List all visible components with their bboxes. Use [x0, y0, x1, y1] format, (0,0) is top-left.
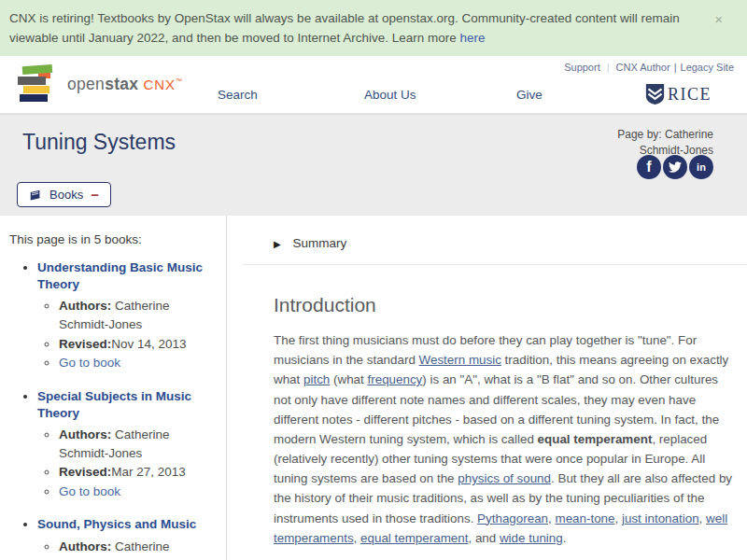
content-link[interactable]: just intonation	[622, 511, 699, 525]
introduction-heading: Introduction	[274, 294, 736, 316]
go-to-book-link[interactable]: Go to book	[59, 356, 120, 370]
revised-value: Nov 14, 2013	[111, 337, 186, 351]
twitter-bird-icon	[669, 161, 682, 174]
page-title-band: Tuning Systems Page by: Catherine Schmid…	[0, 114, 747, 216]
authors-label: Authors:	[59, 427, 111, 441]
openstax-wordmark: openstaxCNX™	[67, 75, 182, 94]
rice-shield-icon	[645, 83, 665, 105]
book-authors: Authors: Catherine Schmidt-Jones	[59, 297, 220, 333]
summary-arrow-icon: ▶	[274, 239, 281, 249]
content-area: This page is in 5 books: Understanding B…	[0, 216, 747, 560]
content-link[interactable]: wide tuning	[500, 531, 563, 545]
book-goto: Go to book	[59, 354, 220, 372]
openstax-logo[interactable]: openstaxCNX™	[13, 63, 182, 105]
summary-label: Summary	[292, 236, 346, 250]
intro-paragraph-1: The first thing musicians must do before…	[274, 330, 736, 548]
authors-label: Authors:	[59, 539, 111, 553]
book-details: Authors: Catherine Schmidt-Jones Revised…	[37, 297, 220, 371]
text-run: ,	[699, 511, 706, 525]
wordmark-open: open	[67, 75, 105, 93]
retirement-banner: CNX is retiring! Textbooks by OpenStax w…	[0, 0, 747, 56]
content-link[interactable]: mean-tone	[555, 511, 614, 525]
content-link[interactable]: Western music	[419, 353, 501, 367]
banner-text: CNX is retiring! Textbooks by OpenStax w…	[9, 11, 680, 45]
social-share: f in	[637, 155, 713, 179]
book-item: Special Subjects in Music Theory Authors…	[37, 388, 220, 501]
twitter-icon[interactable]	[663, 155, 687, 179]
nav-give[interactable]: Give	[516, 88, 543, 102]
book-icon	[29, 189, 42, 202]
site-header: openstaxCNX™ Support|CNX Author|Legacy S…	[0, 56, 747, 114]
text-run: ,	[615, 511, 622, 525]
books-sidebar: This page is in 5 books: Understanding B…	[0, 216, 227, 560]
cnx-author-link[interactable]: CNX Author	[616, 62, 670, 73]
sidebar-heading: This page is in 5 books:	[9, 232, 220, 246]
bold-text: equal temperament	[538, 432, 653, 446]
authors-label: Authors:	[59, 299, 111, 313]
rice-label: RICE	[668, 85, 712, 105]
trademark-symbol: ™	[176, 77, 182, 84]
summary-toggle[interactable]: ▶ Summary	[274, 223, 736, 264]
close-icon[interactable]: ×	[714, 12, 723, 26]
nav-search[interactable]: Search	[218, 88, 258, 102]
main-content: ▶ Summary Introduction The first thing m…	[227, 216, 747, 560]
facebook-icon[interactable]: f	[637, 155, 661, 179]
book-title-link[interactable]: Understanding Basic Music Theory	[37, 260, 203, 291]
text-run: ,	[354, 531, 360, 545]
nav-about-us[interactable]: About Us	[364, 88, 416, 102]
legacy-site-link[interactable]: Legacy Site	[681, 62, 734, 73]
book-details: Authors: Catherine Schmidt-Jones Revised…	[37, 426, 220, 500]
wordmark-stax: stax	[105, 75, 138, 93]
text-run: (what	[330, 372, 367, 386]
book-details: Authors: Catherine Schmidt-Jones Revised…	[37, 538, 220, 560]
books-toggle-button[interactable]: Books −	[17, 182, 111, 207]
content-link[interactable]: physics of sound	[458, 471, 551, 485]
minus-icon: −	[91, 188, 99, 202]
revised-label: Revised:	[59, 337, 111, 351]
utility-links: Support|CNX Author|Legacy Site	[564, 62, 734, 73]
book-goto: Go to book	[59, 483, 220, 501]
content-link[interactable]: equal temperament	[360, 531, 468, 545]
content-link[interactable]: Pythagorean	[477, 511, 548, 525]
rice-logo[interactable]: RICE	[645, 83, 712, 105]
facebook-glyph: f	[646, 159, 651, 175]
content-link[interactable]: pitch	[303, 372, 330, 386]
go-to-book-link[interactable]: Go to book	[59, 484, 120, 498]
openstax-books-icon	[13, 63, 56, 105]
banner-here-link[interactable]: here	[460, 31, 486, 45]
linkedin-icon[interactable]: in	[689, 155, 713, 179]
book-item: Understanding Basic Music Theory Authors…	[37, 259, 220, 372]
book-item: Sound, Physics and Music Authors: Cather…	[37, 516, 220, 560]
book-revised: Revised:Nov 14, 2013	[59, 335, 220, 354]
text-run: , and	[468, 531, 500, 545]
book-title-link[interactable]: Special Subjects in Music Theory	[37, 389, 191, 420]
page-title: Tuning Systems	[22, 130, 176, 155]
book-authors: Authors: Catherine Schmidt-Jones	[59, 426, 220, 462]
books-button-label: Books	[49, 188, 83, 202]
content-link[interactable]: frequency	[368, 372, 423, 386]
text-run: .	[563, 531, 567, 545]
linkedin-glyph: in	[697, 161, 706, 173]
divider: |	[607, 62, 610, 73]
book-list: Understanding Basic Music Theory Authors…	[9, 259, 220, 560]
revised-label: Revised:	[59, 465, 111, 479]
book-authors: Authors: Catherine Schmidt-Jones	[59, 538, 220, 560]
divider: |	[674, 62, 677, 73]
divider	[244, 264, 747, 265]
revised-value: Mar 27, 2013	[111, 465, 186, 479]
wordmark-cnx: CNX	[143, 77, 176, 92]
book-revised: Revised:Mar 27, 2013	[59, 463, 220, 482]
support-link[interactable]: Support	[564, 62, 600, 73]
book-title-link[interactable]: Sound, Physics and Music	[37, 517, 196, 531]
